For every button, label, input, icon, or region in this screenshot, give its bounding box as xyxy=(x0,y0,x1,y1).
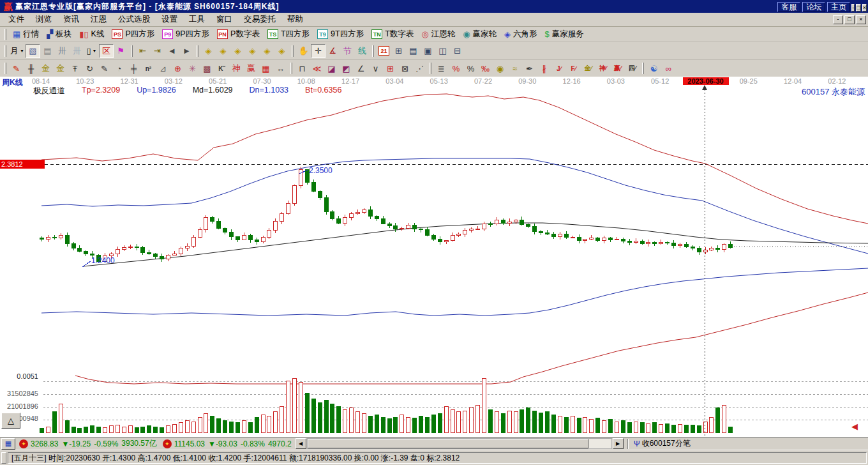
candle-style-button[interactable]: ▯▼ xyxy=(84,44,99,58)
menu-item[interactable]: 公式选股 xyxy=(112,13,156,26)
scroll-left-button[interactable]: ◀ xyxy=(296,438,306,449)
circle-cross-button[interactable]: ⊕ xyxy=(170,61,185,75)
width-span-button[interactable]: ↔ xyxy=(273,61,288,75)
win-grid-button[interactable]: 赢 xyxy=(244,61,258,75)
circle-star-button[interactable]: ✳ xyxy=(185,61,200,75)
multi-chart-3-button[interactable]: 卅 xyxy=(55,44,70,58)
titlebar-link[interactable]: 主页 xyxy=(827,2,850,12)
infinity-button[interactable]: ∞ xyxy=(661,61,676,75)
box-fan-button[interactable]: ∦ xyxy=(537,61,551,75)
gold-angle-button[interactable]: 金∕ xyxy=(581,61,595,75)
notes-button[interactable]: ▤ xyxy=(406,44,421,58)
kline-button[interactable]: ▮▯K线 xyxy=(75,27,108,42)
gold-circle-button[interactable]: ◉ xyxy=(493,61,507,75)
pen-tool-button[interactable]: ✎ xyxy=(9,61,24,75)
diamond-expand-button[interactable]: ◈ xyxy=(230,44,245,58)
f-ladder-button[interactable]: Ŧ xyxy=(68,61,82,75)
minimize-button[interactable]: - xyxy=(851,4,855,11)
fib-levels-button[interactable]: ≣ xyxy=(434,61,449,75)
nav-next-button[interactable]: ► xyxy=(179,44,194,58)
percent-button[interactable]: % xyxy=(463,61,478,75)
color-flag-button[interactable]: ⚑ xyxy=(114,44,128,58)
toolbar-grip[interactable] xyxy=(4,29,6,40)
diamond-star-button[interactable]: ◈ xyxy=(260,44,274,58)
diamond-cross-button[interactable]: ◈ xyxy=(245,44,260,58)
p-square-button[interactable]: PSP四方形 xyxy=(108,27,158,42)
box-tool-button[interactable]: ⊓ xyxy=(295,61,310,75)
toolbar-grip[interactable] xyxy=(4,45,6,57)
angle-measure-button[interactable]: ∡ xyxy=(326,44,340,58)
line-tool-button[interactable]: 线 xyxy=(355,44,370,58)
jie-tool-button[interactable]: 节 xyxy=(340,44,355,58)
hexagon-button[interactable]: ◈六角形 xyxy=(500,27,541,42)
ray-fan-button[interactable]: ≪ xyxy=(310,61,324,75)
multi-chart-9-button[interactable]: 卅 xyxy=(70,44,84,58)
menu-item[interactable]: 工具 xyxy=(183,13,211,26)
tick-view-label[interactable]: 收600157分笔 xyxy=(642,438,691,449)
trend-line-button[interactable]: ∠ xyxy=(354,61,368,75)
spiral-tool-button[interactable]: ↻ xyxy=(82,61,97,75)
titlebar-link[interactable]: 客服 xyxy=(777,2,800,12)
crosshair-tool-button[interactable]: ✛ xyxy=(311,44,326,58)
fan-box2-button[interactable]: ◩ xyxy=(339,61,354,75)
f-angle-button[interactable]: F∕ xyxy=(566,61,581,75)
info-panel-button[interactable]: ▤ xyxy=(40,44,55,58)
titlebar-link[interactable]: 论坛 xyxy=(802,2,825,12)
fan-box-button[interactable]: ◪ xyxy=(324,61,339,75)
pen-grid-button[interactable]: ✎ xyxy=(97,61,112,75)
hand-tool-button[interactable]: ✋ xyxy=(296,44,311,58)
menu-item[interactable]: 浏览 xyxy=(30,13,57,26)
gold-wave-button[interactable]: ≈ xyxy=(507,61,522,75)
win-angle-button[interactable]: 赢∕ xyxy=(610,61,625,75)
quote-panel-icon[interactable]: ▦ xyxy=(1,438,15,450)
ladder2-button[interactable]: ╪ xyxy=(126,61,141,75)
permille-button[interactable]: ‰ xyxy=(478,61,493,75)
taiji-button[interactable]: ☯ xyxy=(647,61,661,75)
four-angle-button[interactable]: 四∕ xyxy=(625,61,640,75)
ink-tool-button[interactable]: ✒ xyxy=(522,61,537,75)
chart-left-marker-icon[interactable]: ◀ xyxy=(851,422,858,431)
nav-first-button[interactable]: ⇤ xyxy=(135,44,150,58)
gold-ladder-button[interactable]: 金 xyxy=(38,61,53,75)
calendar-button[interactable]: 21 xyxy=(377,44,391,58)
snapshot-button[interactable]: ◫ xyxy=(435,44,450,58)
child-restore-button[interactable]: □ xyxy=(844,15,855,24)
quote-button[interactable]: ▦行情 xyxy=(9,27,43,42)
print-button[interactable]: ⊟ xyxy=(450,44,465,58)
p9-square-button[interactable]: P99P四方形 xyxy=(158,27,213,42)
t-square-button[interactable]: TST四方形 xyxy=(264,27,313,42)
pattern-view-button[interactable]: ▧ xyxy=(26,44,40,58)
menu-item[interactable]: 帮助 xyxy=(281,13,309,26)
expand-volume-button[interactable]: △ xyxy=(1,413,20,429)
nav-last-button[interactable]: ⇥ xyxy=(150,44,165,58)
diamond-right-button[interactable]: ◈ xyxy=(216,44,230,58)
j-angle-button[interactable]: J∕ xyxy=(551,61,566,75)
circle-grid-button[interactable]: ▩ xyxy=(200,61,214,75)
gold-ladder2-button[interactable]: 金 xyxy=(53,61,68,75)
menu-item[interactable]: 设置 xyxy=(156,13,183,26)
k-mark-button[interactable]: K˝ xyxy=(214,61,229,75)
fine-grid-button[interactable]: ▦ xyxy=(258,61,273,75)
calculator-button[interactable]: ⊞ xyxy=(391,44,406,58)
close-button[interactable]: × xyxy=(862,4,867,11)
shen-grid-button[interactable]: 神 xyxy=(229,61,244,75)
kline-chart-canvas[interactable] xyxy=(0,77,868,437)
restore-button[interactable]: □ xyxy=(856,4,860,11)
sectors-button[interactable]: ▞板块 xyxy=(43,27,75,42)
child-minimize-button[interactable]: - xyxy=(833,15,843,24)
child-close-button[interactable]: × xyxy=(856,15,866,24)
gann-ladder-button[interactable]: ╫ xyxy=(24,61,38,75)
menu-item[interactable]: 窗口 xyxy=(211,13,238,26)
gann-wheel-button[interactable]: ◎江恩轮 xyxy=(417,27,459,42)
time-wheel-button[interactable]: ◔ xyxy=(112,61,126,75)
diamond-move-button[interactable]: ◈ xyxy=(274,44,289,58)
horizontal-scrollbar[interactable] xyxy=(307,438,612,449)
menu-item[interactable]: 资讯 xyxy=(57,13,85,26)
toolbar-grip[interactable] xyxy=(4,63,6,74)
percent-red-button[interactable]: % xyxy=(449,61,463,75)
t-table-button[interactable]: TNT数字表 xyxy=(368,27,417,42)
menu-item[interactable]: 交易委托 xyxy=(238,13,281,26)
scrollbar-thumb[interactable] xyxy=(308,439,588,448)
save-button[interactable]: ▣ xyxy=(421,44,435,58)
scroll-right-button[interactable]: ▶ xyxy=(613,438,624,449)
